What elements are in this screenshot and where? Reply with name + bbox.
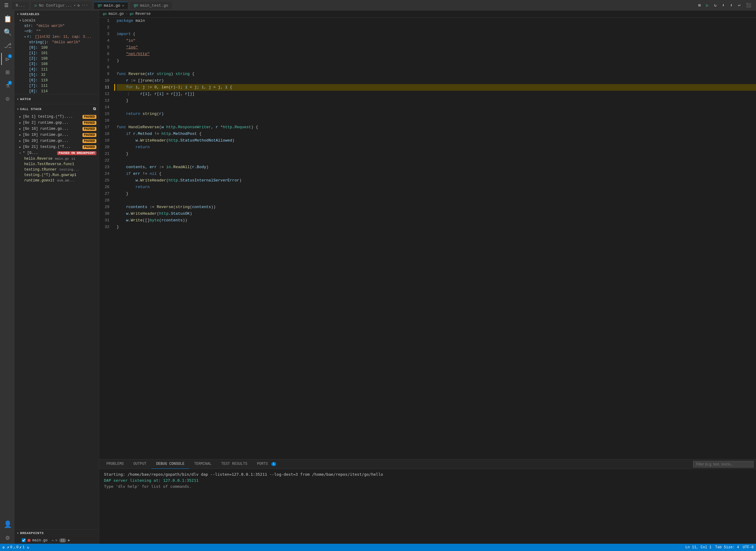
- activity-account[interactable]: 👤: [1, 518, 13, 530]
- cs-frame-trunner-file: testing...: [59, 168, 79, 171]
- activity-test[interactable]: ⚗ 2: [1, 79, 13, 92]
- var-r-7[interactable]: [7]: 111: [15, 83, 99, 89]
- var-r-0[interactable]: [0]: 100: [15, 45, 99, 50]
- cs-go21[interactable]: ▶ [Go 21] testing.(*T... PAUSED: [15, 144, 99, 150]
- debug-console-output: Starting: /home/bae/repos/gopath/bin/dlv…: [99, 469, 756, 544]
- tab-debug-console[interactable]: DEBUG CONSOLE: [151, 459, 189, 469]
- var-r0-value: "": [34, 29, 41, 34]
- variables-header[interactable]: ▾ VARIABLES: [15, 11, 99, 18]
- files-icon: 📋: [4, 15, 12, 23]
- call-stack-header[interactable]: ▾ CALL STACK ⧉: [15, 104, 99, 114]
- step-out-icon[interactable]: ⬆: [728, 2, 734, 9]
- cs-go21-status: PAUSED: [82, 145, 96, 149]
- cs-frame-testreverse[interactable]: hello.TestReverse.func1: [15, 161, 99, 167]
- statusbar-sync[interactable]: ↻: [27, 545, 29, 550]
- ln-15: 15: [99, 111, 109, 117]
- var-r-string[interactable]: string(): "dello worlh": [15, 40, 99, 45]
- watch-header[interactable]: ▾ WATCH: [15, 96, 99, 103]
- statusbar-remote[interactable]: ⚙: [2, 545, 5, 550]
- cs-frame-goexit[interactable]: runtime.goexit asm_am...: [15, 178, 99, 183]
- statusbar-encoding[interactable]: UTF-8: [743, 545, 754, 549]
- code-line-26: return: [117, 184, 756, 190]
- cs-go18[interactable]: ▶ [Go 18] runtime.go... PAUSED: [15, 126, 99, 132]
- var-r-8[interactable]: [8]: 114: [15, 89, 99, 94]
- cs-go-active[interactable]: ▾ * [G... PAUSED ON BREAKPOINT: [15, 150, 99, 156]
- sidebar: ▾ VARIABLES ▾ Locals str: "dello worlh" …: [15, 11, 99, 544]
- var-str[interactable]: str: "dello worlh": [15, 23, 99, 29]
- cs-frame-reverse[interactable]: hello.Reverse main.go 11: [15, 156, 99, 161]
- variables-title: VARIABLES: [20, 12, 40, 16]
- console-line-3: Type 'dlv help' for list of commands.: [104, 484, 751, 490]
- panel-tabs: PROBLEMS OUTPUT DEBUG CONSOLE TERMINAL T…: [99, 459, 756, 469]
- cs-go19[interactable]: ▶ [Go 19] runtime.go... PAUSED: [15, 132, 99, 138]
- statusbar-cursor[interactable]: Ln 11, Col 1: [685, 545, 711, 549]
- tab-output[interactable]: OUTPUT: [129, 459, 151, 469]
- var-r-1[interactable]: [1]: 101: [15, 50, 99, 56]
- activity-files[interactable]: 📋: [1, 13, 13, 25]
- bp-checkbox[interactable]: [22, 538, 26, 542]
- ln-18: 18: [99, 131, 109, 137]
- bp-delete-icon[interactable]: ✕: [55, 538, 57, 543]
- cs-frame-reverse-line: 11: [71, 157, 75, 160]
- statusbar-left: ⚙ ✗ 0 ⚠ 0 ✗ 1 ↻: [2, 545, 29, 550]
- cs-go20[interactable]: ▶ [Go 20] runtime.go... PAUSED: [15, 138, 99, 144]
- code-editor[interactable]: 1 2 3 4 5 6 7 8 9 10 11 12 13 14 15 16 1…: [99, 18, 756, 459]
- menu-icon[interactable]: ☰: [3, 1, 10, 10]
- cs-go1[interactable]: ▶ [Go 1] testing.(*T).... PAUSED: [15, 114, 99, 120]
- breakpoints-header[interactable]: ▾ BREAKPOINTS: [15, 530, 99, 537]
- cs-go21-chevron: ▶: [19, 145, 21, 149]
- bp-expand-icon[interactable]: ▶: [68, 538, 70, 543]
- tab-terminal[interactable]: TERMINAL: [189, 459, 216, 469]
- statusbar-errors[interactable]: ✗ 0 ⚠ 0 ✗ 1: [7, 545, 24, 550]
- code-content[interactable]: package main import ( "io" "log": [114, 18, 756, 459]
- cs-go2[interactable]: ▶ [Go 2] runtime.gop... PAUSED: [15, 120, 99, 126]
- tab-ports[interactable]: PORTS 1: [252, 459, 281, 469]
- ln-24: 24: [99, 170, 109, 177]
- activity-source-control[interactable]: ⎇: [1, 40, 13, 52]
- var-r-3-value: 108: [39, 62, 48, 66]
- var-r[interactable]: ▾ r: []int32 len: 11, cap: 3...: [15, 34, 99, 40]
- copy-call-stack-button[interactable]: ⧉: [92, 106, 97, 112]
- panel-filter-input[interactable]: [693, 461, 754, 468]
- info-count: 1: [22, 545, 24, 549]
- activity-search[interactable]: 🔍: [1, 26, 13, 38]
- var-r-4[interactable]: [4]: 111: [15, 67, 99, 72]
- cs-frame-run-gowrap[interactable]: testing.(*T).Run.gowrap1: [15, 172, 99, 178]
- continue-button[interactable]: ▷: [704, 2, 710, 9]
- cs-frame-run-gowrap-fn: testing.(*T).Run.gowrap1: [24, 173, 76, 177]
- var-r-2-value: 108: [39, 57, 48, 61]
- tab-main-test-go[interactable]: go main_test.go: [130, 2, 172, 9]
- locals-item[interactable]: ▾ Locals: [15, 18, 99, 23]
- tab-close-button[interactable]: ✕: [122, 4, 124, 8]
- code-line-18: if r.Method != http.MethodPost {: [117, 131, 756, 137]
- tab-main-go[interactable]: go main.go ✕: [94, 2, 128, 9]
- var-r-3[interactable]: [3]: 108: [15, 61, 99, 67]
- cs-frame-trunner[interactable]: testing.tRunner testing...: [15, 167, 99, 172]
- activity-extensions[interactable]: ⊞: [1, 66, 13, 78]
- var-r-6[interactable]: [6]: 119: [15, 78, 99, 83]
- bp-main-go[interactable]: main.go ✏ ✕ 11 ▶: [15, 537, 99, 544]
- debug-badge: 1: [8, 54, 12, 58]
- var-r-5[interactable]: [5]: 32: [15, 72, 99, 78]
- var-str-value: "dello worlh": [34, 24, 65, 28]
- tab-test-results[interactable]: TEST RESULTS: [216, 459, 252, 469]
- activity-debug[interactable]: ▷ 1: [1, 53, 13, 65]
- step-over-icon[interactable]: ⬇: [720, 2, 726, 9]
- bp-edit-icon[interactable]: ✏: [52, 538, 54, 543]
- step-back-icon[interactable]: ↩: [736, 2, 742, 9]
- code-line-32: }: [117, 224, 756, 230]
- tab-problems[interactable]: PROBLEMS: [102, 459, 129, 469]
- cs-go2-chevron: ▶: [19, 121, 21, 125]
- var-r-2[interactable]: [2]: 108: [15, 56, 99, 61]
- cs-go2-label: [Go 2] runtime.gop...: [23, 121, 81, 125]
- activity-settings[interactable]: ⚙: [1, 532, 13, 544]
- activity-remote[interactable]: ⊙: [1, 93, 13, 105]
- stop-icon[interactable]: ⬛: [744, 2, 753, 9]
- more-icon: ···: [82, 3, 88, 8]
- var-r0[interactable]: ~r0: "": [15, 29, 99, 34]
- tab-run[interactable]: R...: [12, 2, 29, 9]
- layout-icon[interactable]: ⊞: [696, 2, 702, 9]
- restart-icon[interactable]: ↻: [712, 2, 718, 9]
- tab-no-config[interactable]: ▷ No Configur... ▾ ⚙ ···: [31, 2, 92, 9]
- statusbar-indent[interactable]: Tab Size: 4: [715, 545, 739, 549]
